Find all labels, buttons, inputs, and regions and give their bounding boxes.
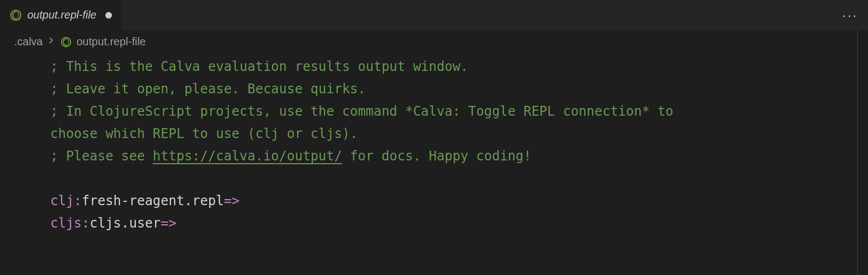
tab-label: output.repl-file <box>27 9 97 21</box>
code-line: ; Leave it open, please. Because quirks. <box>50 78 868 100</box>
code-line: choose which REPL to use (clj or cljs). <box>50 123 868 145</box>
breadcrumb-file[interactable]: output.repl-file <box>60 35 146 48</box>
chevron-right-icon <box>47 36 56 47</box>
code-line: ; This is the Calva evaluation results o… <box>50 56 868 78</box>
clojure-icon <box>10 9 22 21</box>
editor-content[interactable]: ; This is the Calva evaluation results o… <box>0 53 868 235</box>
code-line: ; In ClojureScript projects, use the com… <box>50 100 868 123</box>
tab-bar: output.repl-file ··· <box>0 0 868 30</box>
tab-dirty-indicator <box>105 12 112 19</box>
repl-prompt-clj: clj꞉fresh-reagent.repl=> <box>50 190 868 212</box>
breadcrumb[interactable]: .calva output.repl-file <box>0 30 868 53</box>
breadcrumb-folder[interactable]: .calva <box>14 35 43 48</box>
blank-line <box>50 168 868 190</box>
scrollbar[interactable] <box>857 30 868 275</box>
tab-more-actions[interactable]: ··· <box>842 8 858 23</box>
repl-prompt-cljs: cljs꞉cljs.user=> <box>50 212 868 235</box>
code-line: ; Please see https://calva.io/output/ fo… <box>50 145 868 168</box>
clojure-icon <box>60 36 72 48</box>
editor-tab[interactable]: output.repl-file <box>0 0 122 30</box>
docs-link[interactable]: https://calva.io/output/ <box>153 148 342 164</box>
